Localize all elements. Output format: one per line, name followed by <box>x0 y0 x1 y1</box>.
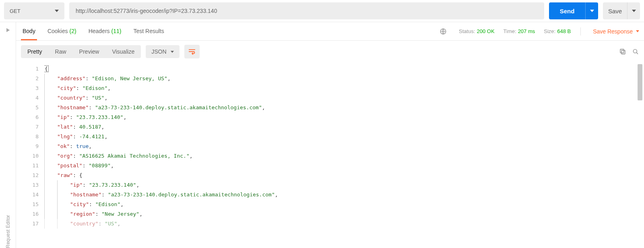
request-bar: GET http://localhost:52773/iris-geocoder… <box>0 0 644 22</box>
code-line: "country": "US", <box>44 93 644 103</box>
line-number-gutter: 1234567891011121314151617 <box>16 63 44 248</box>
save-response-button[interactable]: Save Response <box>593 28 639 35</box>
http-method-select[interactable]: GET <box>4 2 64 19</box>
code-line: "hostname": "a23-73-233-140.deploy.stati… <box>44 103 644 113</box>
chevron-down-icon <box>636 30 639 32</box>
code-line: "raw": { <box>44 171 644 180</box>
code-line: "region": "New Jersey", <box>44 209 644 219</box>
response-tab-row: Body Cookies(2) Headers(11) Test Results… <box>16 22 644 41</box>
response-panel: Body Cookies(2) Headers(11) Test Results… <box>16 22 644 248</box>
save-options-button[interactable] <box>627 2 640 19</box>
code-line: "city": "Edison", <box>44 200 644 209</box>
code-content: {"address": "Edison, New Jersey, US","ci… <box>44 63 644 248</box>
chevron-down-icon <box>171 51 174 53</box>
chevron-down-icon <box>55 10 59 12</box>
chevron-down-icon <box>590 10 594 12</box>
code-line: "hostname": "a23-73-233-140.deploy.stati… <box>44 190 644 200</box>
line-wrap-button[interactable] <box>184 45 200 58</box>
main-area: ▶ Request Editor Body Cookies(2) Headers… <box>0 22 644 248</box>
search-icon[interactable] <box>632 48 639 55</box>
code-line: "org": "AS16625 Akamai Technologies, Inc… <box>44 151 644 161</box>
code-line: "postal": "08899", <box>44 161 644 171</box>
send-button[interactable]: Send <box>549 2 585 19</box>
view-preview[interactable]: Preview <box>73 45 106 58</box>
code-line: { <box>44 64 644 74</box>
code-line: "lng": -74.4121, <box>44 132 644 142</box>
divider <box>580 27 581 35</box>
tab-cookies[interactable]: Cookies(2) <box>46 23 78 40</box>
view-pretty[interactable]: Pretty <box>21 45 49 58</box>
body-format-select[interactable]: JSON <box>146 45 179 58</box>
code-line: "city": "Edison", <box>44 83 644 93</box>
response-tabs: Body Cookies(2) Headers(11) Test Results <box>21 23 166 40</box>
view-visualize[interactable]: Visualize <box>105 45 141 58</box>
chevron-down-icon <box>632 10 636 12</box>
url-input[interactable]: http://localhost:52773/iris-geocoder/ip?… <box>69 2 544 19</box>
view-raw[interactable]: Raw <box>49 45 73 58</box>
status-label: Status:200 OK <box>459 28 495 34</box>
tab-headers[interactable]: Headers(11) <box>87 23 123 40</box>
time-label: Time:207 ms <box>504 28 535 34</box>
url-value: http://localhost:52773/iris-geocoder/ip?… <box>76 8 217 14</box>
left-gutter: ▶ Request Editor <box>0 22 16 248</box>
code-line: "ok": true, <box>44 142 644 151</box>
network-icon[interactable] <box>440 28 447 35</box>
size-label: Size:648 B <box>544 28 571 34</box>
svg-rect-1 <box>621 50 625 54</box>
code-line: "ip": "23.73.233.140", <box>44 113 644 122</box>
code-line: "address": "Edison, New Jersey, US", <box>44 74 644 83</box>
response-body-viewer[interactable]: 1234567891011121314151617 {"address": "E… <box>16 63 644 248</box>
tab-test-results[interactable]: Test Results <box>132 23 165 40</box>
expand-sidebar-button[interactable]: ▶ <box>6 27 10 33</box>
save-button-group: Save <box>603 2 640 19</box>
code-line: "country": "US", <box>44 219 644 229</box>
copy-icon[interactable] <box>619 48 626 55</box>
svg-point-3 <box>633 49 637 53</box>
view-mode-segment: Pretty Raw Preview Visualize <box>21 45 141 58</box>
http-method-value: GET <box>10 8 21 14</box>
send-options-button[interactable] <box>585 2 598 19</box>
response-status-block: Status:200 OK Time:207 ms Size:648 B <box>459 28 571 34</box>
code-line: "ip": "23.73.233.140", <box>44 180 644 190</box>
body-toolbar: Pretty Raw Preview Visualize JSON <box>16 41 644 63</box>
tab-body[interactable]: Body <box>21 23 37 40</box>
send-button-group: Send <box>549 2 598 19</box>
scrollbar-thumb[interactable] <box>638 64 642 100</box>
scrollbar[interactable] <box>638 64 642 246</box>
code-line: "lat": 40.5187, <box>44 122 644 132</box>
vertical-label: Request Editor <box>5 208 11 248</box>
save-button[interactable]: Save <box>603 2 627 19</box>
svg-rect-2 <box>620 49 624 53</box>
